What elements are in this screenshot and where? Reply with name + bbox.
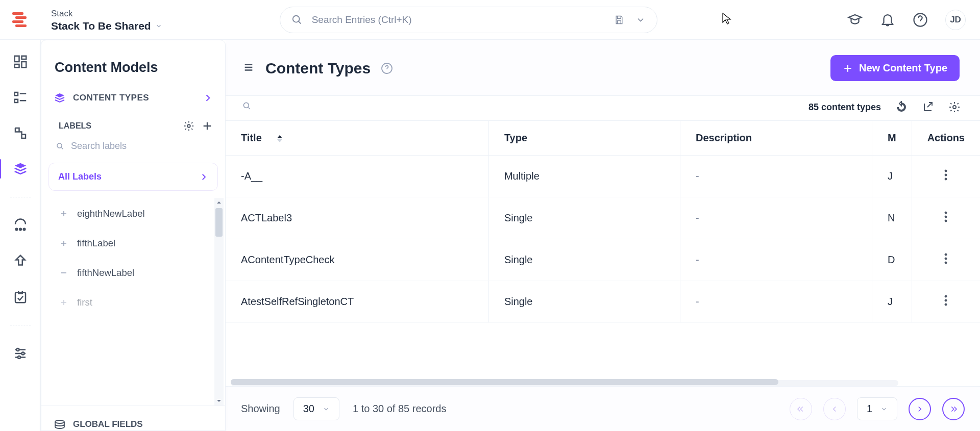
table-search-toggle[interactable] — [242, 101, 252, 113]
svg-point-28 — [945, 212, 947, 214]
svg-point-19 — [187, 124, 190, 128]
svg-point-25 — [945, 170, 947, 172]
rail-entries[interactable] — [13, 90, 28, 105]
svg-rect-2 — [12, 20, 23, 23]
gear-icon[interactable] — [183, 120, 194, 132]
label-search[interactable] — [41, 136, 225, 160]
rail-tasks[interactable] — [13, 289, 28, 305]
scroll-thumb[interactable] — [215, 208, 223, 237]
h-scroll-thumb[interactable] — [231, 379, 778, 385]
col-description[interactable]: Description — [680, 121, 872, 156]
row-actions-menu[interactable] — [944, 172, 948, 183]
search-icon — [242, 101, 252, 111]
cell-desc: - — [680, 197, 872, 239]
new-btn-label: New Content Type — [859, 62, 947, 74]
global-search[interactable] — [280, 7, 657, 33]
learn-icon[interactable] — [847, 12, 863, 28]
import-icon[interactable] — [922, 101, 934, 113]
rail-publish[interactable] — [13, 253, 28, 269]
svg-point-34 — [945, 295, 947, 297]
gear-icon[interactable] — [948, 101, 961, 113]
table-row[interactable]: ACTLabel3Single-N — [226, 197, 980, 239]
help-icon[interactable] — [913, 12, 928, 28]
showing-label: Showing — [241, 403, 280, 415]
chevron-down-icon[interactable] — [635, 15, 646, 25]
svg-point-29 — [945, 216, 947, 218]
section-content-types[interactable]: CONTENT TYPES — [41, 85, 225, 113]
sidebar-scrollbar[interactable] — [214, 198, 224, 405]
svg-point-33 — [945, 262, 947, 264]
col-actions: Actions — [912, 121, 980, 156]
chevron-right-icon — [199, 172, 208, 182]
page-title: Content Types — [265, 60, 371, 77]
plus-icon — [843, 63, 853, 73]
plus-icon[interactable] — [202, 120, 213, 132]
page-number-select[interactable]: 1 — [857, 397, 897, 420]
pager-first[interactable] — [790, 398, 812, 420]
rail-content-models[interactable] — [13, 161, 28, 176]
col-type[interactable]: Type — [488, 121, 680, 156]
row-actions-menu[interactable] — [944, 256, 948, 267]
cell-type: Single — [488, 239, 680, 281]
bell-icon[interactable] — [880, 12, 895, 28]
chevron-down-icon — [323, 405, 330, 413]
pager-prev[interactable] — [823, 398, 846, 420]
table-footer: Showing 30 1 to 30 of 85 records 1 — [226, 386, 980, 431]
rail-dashboard[interactable] — [13, 54, 28, 69]
table-row[interactable]: AContentTypeCheckSingle-D — [226, 239, 980, 281]
svg-point-30 — [945, 220, 947, 222]
all-labels[interactable]: All Labels — [48, 163, 218, 191]
pager-last[interactable] — [942, 398, 965, 420]
label-item[interactable]: fifthNewLabel — [54, 258, 225, 288]
svg-rect-9 — [14, 64, 19, 67]
svg-point-26 — [945, 174, 947, 176]
rail-settings[interactable] — [13, 346, 28, 361]
svg-point-4 — [292, 15, 299, 22]
label-item[interactable]: eighthNewLabel — [54, 199, 225, 229]
save-icon[interactable] — [614, 15, 624, 25]
table-row[interactable]: -A__Multiple-J — [226, 156, 980, 197]
global-search-input[interactable] — [312, 14, 605, 26]
row-actions-menu[interactable] — [944, 297, 948, 309]
svg-rect-3 — [15, 24, 27, 27]
labels-head-text: LABELS — [59, 121, 91, 131]
stack-icon — [54, 92, 66, 104]
svg-point-21 — [55, 420, 64, 423]
scroll-up-icon[interactable] — [214, 198, 224, 207]
user-avatar[interactable]: JD — [945, 10, 966, 30]
cell-modified: D — [872, 239, 912, 281]
help-icon[interactable] — [381, 62, 393, 74]
refresh-icon[interactable] — [895, 101, 908, 113]
app-logo[interactable] — [0, 9, 51, 31]
label-list: eighthNewLabel fifthLabel fifthNewLabel … — [41, 198, 225, 405]
svg-rect-10 — [14, 92, 17, 95]
svg-point-17 — [21, 352, 24, 355]
list-view-toggle[interactable] — [242, 62, 255, 75]
chevron-down-icon — [880, 405, 888, 413]
stack-name-text: Stack To Be Shared — [51, 20, 151, 32]
svg-point-18 — [18, 356, 20, 359]
svg-rect-11 — [14, 99, 17, 103]
rail-releases[interactable] — [13, 218, 28, 233]
scroll-down-icon[interactable] — [214, 396, 224, 405]
svg-rect-7 — [21, 56, 26, 59]
rail-assets[interactable] — [13, 125, 28, 141]
table-row[interactable]: AtestSelfRefSingletonCTSingle-J — [226, 281, 980, 323]
pager-next[interactable] — [909, 398, 931, 420]
section-global-fields[interactable]: GLOBAL FIELDS — [41, 405, 225, 430]
col-modified[interactable]: M — [872, 121, 912, 156]
minus-icon — [59, 268, 69, 278]
row-actions-menu[interactable] — [944, 214, 948, 225]
sort-icon[interactable] — [277, 135, 283, 143]
horizontal-scrollbar[interactable] — [231, 379, 898, 386]
label-item[interactable]: first — [54, 288, 225, 317]
label-search-input[interactable] — [71, 141, 213, 151]
plus-icon — [59, 238, 69, 248]
label-item[interactable]: fifthLabel — [54, 229, 225, 258]
new-content-type-button[interactable]: New Content Type — [830, 55, 960, 81]
stack-selector[interactable]: Stack To Be Shared — [51, 20, 162, 32]
svg-point-31 — [945, 253, 947, 256]
page-size-select[interactable]: 30 — [293, 397, 339, 420]
col-title[interactable]: Title — [226, 121, 488, 156]
svg-point-13 — [19, 229, 21, 231]
